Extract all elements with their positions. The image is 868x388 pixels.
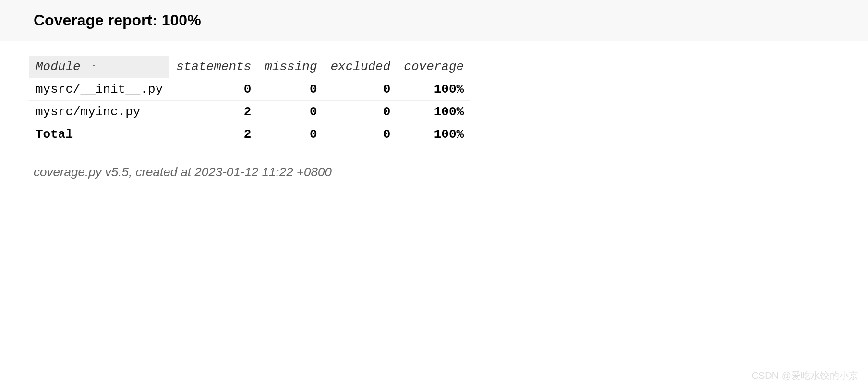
content-area: Module ↑ statements missing excluded cov…: [0, 41, 868, 194]
column-header-statements[interactable]: statements: [169, 56, 258, 78]
watermark: CSDN @爱吃水饺的小京: [751, 369, 858, 382]
table-row: mysrc/__init__.py 0 0 0 100%: [29, 78, 470, 101]
title-prefix: Coverage report:: [34, 12, 162, 29]
column-header-excluded[interactable]: excluded: [324, 56, 398, 78]
cell-total-label: Total: [29, 123, 169, 146]
table-row: mysrc/myinc.py 2 0 0 100%: [29, 101, 470, 123]
title-value: 100%: [162, 12, 201, 29]
page-title: Coverage report: 100%: [34, 12, 834, 29]
footer-text: coverage.py v5.5, created at 2023-01-12 …: [29, 165, 839, 180]
column-header-module-label: Module: [36, 60, 81, 74]
coverage-table: Module ↑ statements missing excluded cov…: [29, 56, 470, 146]
table-total-row: Total 2 0 0 100%: [29, 123, 470, 146]
cell-missing: 0: [258, 101, 324, 123]
cell-excluded: 0: [324, 78, 398, 101]
cell-total-coverage: 100%: [397, 123, 470, 146]
cell-statements: 0: [169, 78, 258, 101]
cell-coverage: 100%: [397, 78, 470, 101]
cell-coverage: 100%: [397, 101, 470, 123]
cell-total-excluded: 0: [324, 123, 398, 146]
page-header: Coverage report: 100%: [0, 0, 868, 41]
cell-module[interactable]: mysrc/__init__.py: [29, 78, 169, 101]
cell-missing: 0: [258, 78, 324, 101]
table-header-row: Module ↑ statements missing excluded cov…: [29, 56, 470, 78]
cell-total-missing: 0: [258, 123, 324, 146]
sort-arrow-icon: ↑: [91, 62, 96, 73]
cell-excluded: 0: [324, 101, 398, 123]
column-header-coverage[interactable]: coverage: [397, 56, 470, 78]
cell-statements: 2: [169, 101, 258, 123]
column-header-missing[interactable]: missing: [258, 56, 324, 78]
cell-total-statements: 2: [169, 123, 258, 146]
column-header-module[interactable]: Module ↑: [29, 56, 169, 78]
cell-module[interactable]: mysrc/myinc.py: [29, 101, 169, 123]
